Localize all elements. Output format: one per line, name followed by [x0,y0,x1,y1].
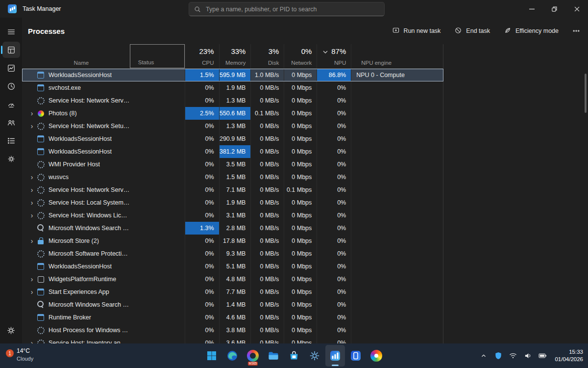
cell-npu: 0% [317,286,351,298]
sidebar-item-app-history[interactable] [2,78,20,94]
sidebar-item-processes[interactable] [2,42,20,58]
process-row[interactable]: Microsoft Windows Search Pr...0%1.4 MB0 … [22,298,443,311]
column-header-memory[interactable]: 33%Memory [219,44,251,68]
cell-network: 0 Mbps [284,145,317,158]
expand-chevron-icon[interactable]: › [27,107,37,119]
cell-npu-engine [351,209,443,222]
process-row[interactable]: WorkloadsSessionHost0%381.2 MB0 MB/s0 Mb… [22,145,443,158]
restore-button[interactable] [543,0,565,18]
process-row[interactable]: ›Microsoft Store (2)0%17.8 MB0 MB/s0 Mbp… [22,235,443,247]
taskbar-app-start[interactable] [202,345,221,367]
expand-chevron-icon[interactable]: › [27,210,37,221]
expand-chevron-icon[interactable]: › [27,120,37,132]
process-table-body: WorkloadsSessionHost1.5%595.9 MB1.0 MB/s… [22,69,588,343]
taskbar-app-phone-link[interactable] [346,345,366,367]
taskbar-app-photos[interactable] [367,345,386,367]
column-header-npu[interactable]: 87%NPU [317,44,351,68]
search-input[interactable] [205,5,379,13]
expand-chevron-icon[interactable]: › [27,286,37,298]
column-header-status[interactable]: Status [130,44,185,68]
cell-npu: 0% [317,298,351,311]
process-row[interactable]: Host Process for Windows Tas...0%3.8 MB0… [22,324,443,337]
process-row[interactable]: WorkloadsSessionHost1.5%595.9 MB1.0 MB/s… [22,69,443,81]
expand-chevron-icon[interactable]: › [27,273,37,285]
column-header-cpu[interactable]: 23%CPU [185,44,219,68]
column-header-name[interactable]: Name [22,44,130,68]
process-row[interactable]: WMI Provider Host0%3.5 MB0 MB/s0 Mbps0% [22,158,443,171]
process-row[interactable]: ›Photos (8)2.5%550.6 MB0.1 MB/s0 Mbps0% [22,107,443,120]
taskbar-app-edge[interactable] [222,345,242,367]
expand-chevron-icon[interactable]: › [27,337,37,343]
taskbar-clock[interactable]: 15:33 01/04/2026 [555,348,583,363]
cell-cpu: 0% [185,171,219,184]
sidebar-item-services[interactable] [2,151,20,167]
vertical-scrollbar[interactable] [585,74,587,113]
notification-badge: 1 [6,349,14,357]
sidebar-item-performance[interactable] [2,60,20,76]
tray-chevron-up-icon[interactable] [479,351,488,360]
process-row[interactable]: ›Service Host: Local System (Ne...0%1.9 … [22,196,443,209]
efficiency-mode-button[interactable]: Efficiency mode [504,26,559,36]
process-row[interactable]: Runtime Broker0%4.6 MB0 MB/s0 Mbps0% [22,311,443,324]
taskbar-app-store[interactable] [284,345,304,367]
sidebar-item-settings[interactable] [2,322,20,339]
cell-network: 0 Mbps [284,298,317,311]
expand-chevron-icon[interactable]: › [27,184,37,196]
volume-icon[interactable] [523,351,532,360]
more-options-button[interactable] [572,27,580,35]
cell-npu-engine [351,235,443,247]
run-new-task-button[interactable]: Run new task [392,26,441,36]
sidebar-item-startup-apps[interactable] [2,96,20,112]
cell-npu: 0% [317,132,351,145]
battery-icon[interactable] [538,351,547,360]
column-total-npu: 87% [331,47,346,55]
minimize-button[interactable] [520,0,543,18]
cell-memory: 3.8 MB [219,324,251,337]
process-row[interactable]: WorkloadsSessionHost0%290.9 MB0 MB/s0 Mb… [22,132,443,145]
process-row[interactable]: svchost.exe0%1.9 MB0 MB/s0 Mbps0% [22,81,443,94]
close-button[interactable] [565,0,588,18]
process-row[interactable]: ›Service Host: Windows Licens...0%3.1 MB… [22,209,443,222]
security-shield-icon[interactable] [494,351,503,360]
cell-memory: 1.3 MB [219,120,251,132]
cell-network: 0 Mbps [284,209,317,222]
taskbar-app-task-manager[interactable] [325,345,345,367]
process-row[interactable]: ›Start Experiences App0%7.7 MB0 MB/s0 Mb… [22,286,443,298]
column-header-npu-engine[interactable]: NPU engine [351,44,443,68]
process-row[interactable]: ›Service Host: Network Service0%7.1 MB0 … [22,184,443,196]
taskbar-app-m365-copilot[interactable]: M365 [243,345,263,367]
column-header-disk[interactable]: 3%Disk [250,44,284,68]
process-row[interactable]: WorkloadsSessionHost0%5.1 MB0 MB/s0 Mbps… [22,260,443,273]
cell-status [130,286,185,298]
process-row[interactable]: Microsoft Software Protection...0%9.3 MB… [22,247,443,260]
sidebar-menu-button[interactable] [2,24,20,40]
cell-memory: 1.9 MB [219,196,251,209]
taskbar-app-settings[interactable] [305,345,324,367]
process-row[interactable]: Microsoft Windows Search Pr...1.3%2.8 MB… [22,222,443,235]
taskbar-app-file-explorer[interactable] [264,345,283,367]
taskbar-widgets-button[interactable]: 1 14°C Cloudy [6,346,33,362]
expand-chevron-icon[interactable]: › [27,197,37,209]
system-tray: 15:33 01/04/2026 [479,343,583,368]
process-row[interactable]: ›WidgetsPlatformRuntime0%4.8 MB0 MB/s0 M… [22,273,443,286]
expand-chevron-icon[interactable]: › [27,235,37,247]
process-row[interactable]: Service Host: Network Service0%1.3 MB0 M… [22,94,443,107]
process-row[interactable]: ›Service Host: Network Setup S...0%1.3 M… [22,120,443,132]
expand-chevron-icon[interactable]: › [27,171,37,183]
search-box[interactable] [189,2,385,16]
process-row[interactable]: ›wusvcs0%1.5 MB0 MB/s0 Mbps0% [22,171,443,184]
window-process-icon [37,84,45,92]
cell-npu-engine [351,247,443,260]
cell-status [130,196,185,209]
cell-memory: 3.6 MB [219,337,251,343]
end-task-button[interactable]: End task [454,26,490,36]
column-header-network[interactable]: 0%Network [284,44,317,68]
cell-status [130,107,185,120]
sidebar-item-details[interactable] [2,132,20,149]
gear-process-icon [37,186,45,194]
cell-memory: 7.7 MB [219,286,251,298]
wifi-icon[interactable] [509,351,517,360]
sidebar-item-users[interactable] [2,114,20,131]
process-row[interactable]: ›Service Host: Inventory and C...0%3.6 M… [22,337,443,343]
cell-status [130,311,185,324]
